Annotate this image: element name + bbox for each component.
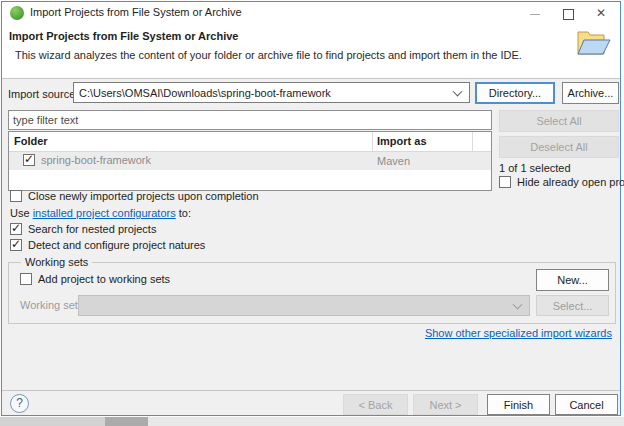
working-sets-group-title: Working sets <box>21 256 92 268</box>
maximize-icon <box>563 9 574 20</box>
column-divider <box>372 132 373 151</box>
column-divider <box>472 132 473 151</box>
directory-button[interactable]: Directory... <box>475 82 555 104</box>
window-title: Import Projects from File System or Arch… <box>30 6 242 18</box>
column-import-as[interactable]: Import as <box>377 135 427 147</box>
title-bar: Import Projects from File System or Arch… <box>2 2 620 24</box>
close-button[interactable]: ✕ <box>586 2 616 24</box>
import-source-combobox[interactable]: C:\Users\OMSAI\Downloads\spring-boot-fra… <box>73 82 470 103</box>
back-button[interactable]: < Back <box>343 394 408 415</box>
installed-configurators-link[interactable]: installed project configurators <box>33 207 176 219</box>
eclipse-app-icon <box>10 6 24 20</box>
detect-natures-checkbox[interactable]: Detect and configure project natures <box>10 239 205 251</box>
checkbox-icon[interactable] <box>20 273 32 285</box>
show-other-wizards-link[interactable]: Show other specialized import wizards <box>425 327 612 339</box>
import-source-value: C:\Users\OMSAI\Downloads\spring-boot-fra… <box>79 87 331 99</box>
project-folder-name: spring-boot-framework <box>41 154 151 166</box>
chevron-down-icon[interactable] <box>453 86 463 96</box>
projects-table: Folder Import as spring-boot-framework M… <box>8 131 492 191</box>
checkbox-icon[interactable] <box>10 190 22 202</box>
background-window-fragment <box>0 417 105 426</box>
wizard-title: Import Projects from File System or Arch… <box>9 30 238 42</box>
project-checkbox[interactable] <box>23 154 35 166</box>
finish-button[interactable]: Finish <box>487 394 550 415</box>
wizard-description: This wizard analyzes the content of your… <box>15 49 522 61</box>
cancel-button[interactable]: Cancel <box>555 394 618 415</box>
select-working-set-button[interactable]: Select... <box>536 295 609 316</box>
archive-button[interactable]: Archive... <box>562 82 619 104</box>
filter-input[interactable] <box>8 110 492 130</box>
checkbox-icon[interactable] <box>10 223 22 235</box>
next-button[interactable]: Next > <box>413 394 478 415</box>
maximize-button[interactable] <box>553 2 583 24</box>
table-row[interactable]: spring-boot-framework Maven <box>9 152 491 170</box>
working-sets-label: Working sets: <box>20 299 86 311</box>
hide-open-projects-checkbox[interactable]: Hide already open projects <box>499 176 624 188</box>
add-to-working-sets-checkbox[interactable]: Add project to working sets <box>20 273 170 285</box>
wizard-header: Import Projects from File System or Arch… <box>2 24 620 79</box>
select-all-button[interactable]: Select All <box>499 110 619 132</box>
project-import-as: Maven <box>377 155 410 167</box>
help-button[interactable]: ? <box>10 394 29 413</box>
background-window-fragment <box>105 417 148 426</box>
import-source-label: Import source: <box>8 88 78 100</box>
table-header[interactable]: Folder Import as <box>9 132 491 152</box>
import-folder-icon <box>574 27 612 61</box>
close-newly-imported-checkbox[interactable]: Close newly imported projects upon compl… <box>10 190 259 202</box>
search-nested-checkbox[interactable]: Search for nested projects <box>10 223 156 235</box>
column-folder[interactable]: Folder <box>14 135 48 147</box>
checkbox-icon[interactable] <box>499 176 511 188</box>
working-sets-combobox <box>78 295 530 316</box>
checkbox-icon[interactable] <box>10 239 22 251</box>
minimize-button[interactable] <box>520 2 550 24</box>
new-working-set-button[interactable]: New... <box>536 269 609 291</box>
screen: Import Projects from File System or Arch… <box>0 0 624 426</box>
other-wizards-line: Show other specialized import wizards <box>425 327 612 339</box>
import-wizard-dialog: Import Projects from File System or Arch… <box>1 1 621 416</box>
configurators-line: Use installed project configurators to: <box>10 207 191 219</box>
deselect-all-button[interactable]: Deselect All <box>499 136 619 158</box>
selection-status: 1 of 1 selected <box>499 162 571 174</box>
minimize-icon <box>530 14 540 15</box>
chevron-down-icon <box>513 299 523 309</box>
